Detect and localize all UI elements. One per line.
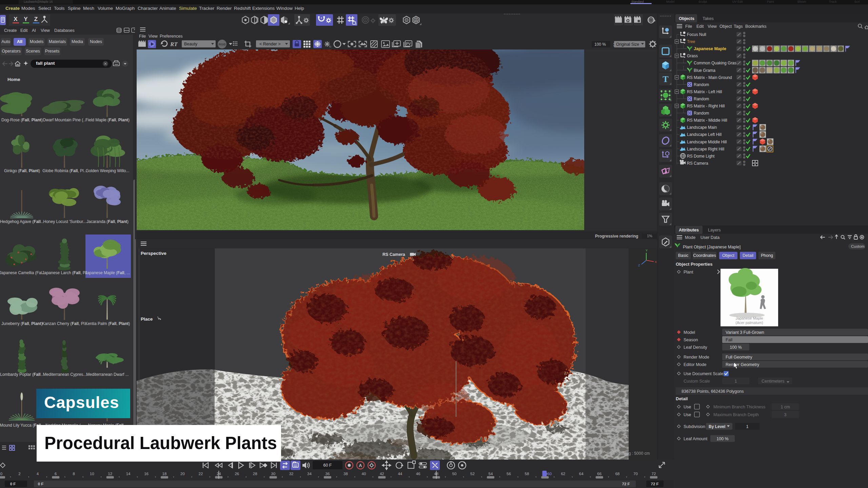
svg-text:View: View bbox=[149, 34, 158, 39]
svg-text:Editor Mode: Editor Mode bbox=[684, 362, 706, 367]
svg-text:3: 3 bbox=[784, 412, 787, 417]
svg-text:Custom Scale: Custom Scale bbox=[684, 379, 710, 384]
svg-text:60: 60 bbox=[547, 472, 552, 476]
svg-text:66: 66 bbox=[597, 472, 601, 476]
svg-text:T: T bbox=[663, 74, 668, 84]
svg-text:Variant 3 Full-Grown: Variant 3 Full-Grown bbox=[726, 330, 764, 335]
svg-text:Object: Object bbox=[719, 24, 732, 29]
svg-text:Object Properties: Object Properties bbox=[676, 262, 712, 267]
svg-text:X: X bbox=[655, 260, 657, 264]
svg-text:Detail: Detail bbox=[743, 253, 753, 258]
svg-text:40: 40 bbox=[362, 472, 366, 476]
svg-text:Use Document Scale: Use Document Scale bbox=[684, 371, 723, 376]
svg-text:4: 4 bbox=[37, 472, 39, 476]
svg-text:Plant Object [Japanese Maple]: Plant Object [Japanese Maple] bbox=[683, 245, 741, 249]
svg-text:A: A bbox=[415, 18, 418, 23]
svg-text:50: 50 bbox=[452, 472, 457, 476]
svg-text:Tags: Tags bbox=[734, 24, 743, 29]
svg-text:16: 16 bbox=[144, 472, 149, 476]
svg-text:Grass: Grass bbox=[687, 54, 698, 58]
svg-text:30: 30 bbox=[271, 472, 275, 476]
svg-text:68: 68 bbox=[615, 472, 620, 476]
svg-text:56: 56 bbox=[507, 472, 511, 476]
svg-text:72 F: 72 F bbox=[622, 482, 630, 486]
svg-text:User Data: User Data bbox=[701, 235, 719, 240]
svg-text:38: 38 bbox=[343, 472, 348, 476]
svg-text:26: 26 bbox=[235, 472, 239, 476]
svg-text:Season: Season bbox=[684, 338, 698, 342]
svg-text:Render Mode: Render Mode bbox=[684, 355, 709, 360]
svg-text:RS Matrix - Middle Hill: RS Matrix - Middle Hill bbox=[687, 118, 727, 123]
svg-text:836738 Points, 662436 Polygons: 836738 Points, 662436 Polygons bbox=[682, 389, 744, 394]
svg-text:X: X bbox=[14, 16, 18, 22]
svg-text:44: 44 bbox=[398, 472, 402, 476]
svg-text:Z: Z bbox=[34, 16, 38, 22]
svg-text:Subdivision: Subdivision bbox=[684, 424, 705, 429]
svg-text:72: 72 bbox=[652, 472, 656, 476]
svg-text:10: 10 bbox=[90, 472, 94, 476]
svg-text:Centimeters: Centimeters bbox=[762, 379, 784, 384]
svg-text:2: 2 bbox=[18, 472, 20, 476]
svg-text:Common Quaking Grass: Common Quaking Grass bbox=[694, 61, 738, 65]
svg-text:28: 28 bbox=[253, 472, 257, 476]
svg-text:Minimum Branch Thickness: Minimum Branch Thickness bbox=[713, 405, 765, 409]
svg-text:Layers: Layers bbox=[708, 228, 721, 232]
svg-text:14: 14 bbox=[126, 472, 131, 476]
svg-text:RT: RT bbox=[170, 41, 178, 47]
svg-text:100 %: 100 % bbox=[716, 436, 728, 441]
svg-text:Tree: Tree bbox=[687, 39, 695, 44]
svg-text:36: 36 bbox=[326, 472, 330, 476]
svg-text:58: 58 bbox=[525, 472, 529, 476]
svg-text:Japanese Maple: Japanese Maple bbox=[694, 46, 726, 51]
svg-text:Preferences: Preferences bbox=[160, 34, 182, 39]
svg-text:Attributes: Attributes bbox=[679, 228, 699, 232]
svg-text:60 F: 60 F bbox=[323, 463, 332, 468]
svg-text:Model: Model bbox=[684, 330, 695, 335]
svg-text:6: 6 bbox=[55, 472, 57, 476]
svg-text:Maximum Branch Depth: Maximum Branch Depth bbox=[713, 412, 759, 417]
svg-text:Fall: Fall bbox=[726, 338, 732, 342]
svg-text:Takes: Takes bbox=[703, 16, 714, 21]
svg-text:G: G bbox=[329, 45, 331, 48]
svg-text:Custom: Custom bbox=[851, 244, 865, 248]
svg-text:Random: Random bbox=[694, 111, 709, 116]
svg-text:Phong: Phong bbox=[761, 253, 773, 258]
svg-text:RS Dome Light: RS Dome Light bbox=[687, 154, 715, 159]
svg-text:72 F: 72 F bbox=[651, 482, 658, 486]
svg-text:100 %: 100 % bbox=[730, 345, 742, 350]
svg-text:File: File bbox=[139, 34, 146, 39]
svg-text:View: View bbox=[708, 24, 717, 29]
svg-text:Y: Y bbox=[24, 16, 28, 22]
svg-text:0 F: 0 F bbox=[38, 482, 44, 486]
svg-text:Use: Use bbox=[684, 405, 691, 409]
svg-text:Grid Spacing : 5000 cm: Grid Spacing : 5000 cm bbox=[607, 451, 650, 456]
svg-text:34: 34 bbox=[307, 472, 312, 476]
svg-text:22: 22 bbox=[199, 472, 203, 476]
svg-text:8: 8 bbox=[73, 472, 75, 476]
svg-text:Basic: Basic bbox=[678, 253, 689, 258]
svg-text:1: 1 bbox=[746, 424, 749, 429]
svg-text:Use: Use bbox=[684, 412, 691, 417]
svg-text:Render Geometry: Render Geometry bbox=[726, 362, 760, 367]
svg-text:Focus Null: Focus Null bbox=[687, 32, 706, 37]
svg-text:64: 64 bbox=[579, 472, 584, 476]
svg-text:Random: Random bbox=[694, 82, 709, 87]
svg-text:52: 52 bbox=[470, 472, 475, 476]
svg-text:Objects: Objects bbox=[679, 16, 694, 21]
svg-text:Y: Y bbox=[646, 249, 648, 252]
svg-text:18: 18 bbox=[162, 472, 167, 476]
svg-text:RS Camera: RS Camera bbox=[382, 252, 406, 257]
svg-text:< Render >: < Render > bbox=[259, 42, 281, 46]
svg-text:RS Matrix - Main Ground: RS Matrix - Main Ground bbox=[687, 75, 732, 80]
svg-text:Random: Random bbox=[694, 97, 709, 101]
svg-text:Coordinates: Coordinates bbox=[693, 253, 716, 258]
svg-text:Object: Object bbox=[722, 253, 735, 258]
svg-text:62: 62 bbox=[561, 472, 565, 476]
svg-text:Z: Z bbox=[638, 264, 640, 267]
svg-text:Full Geometry: Full Geometry bbox=[726, 355, 752, 360]
svg-text:File: File bbox=[685, 24, 692, 29]
svg-text:Plant: Plant bbox=[684, 270, 693, 274]
svg-text:Landscape Right Hill: Landscape Right Hill bbox=[687, 147, 724, 151]
svg-text:Edit: Edit bbox=[696, 24, 704, 29]
svg-text:RS Matrix - Right Hill: RS Matrix - Right Hill bbox=[687, 104, 725, 108]
